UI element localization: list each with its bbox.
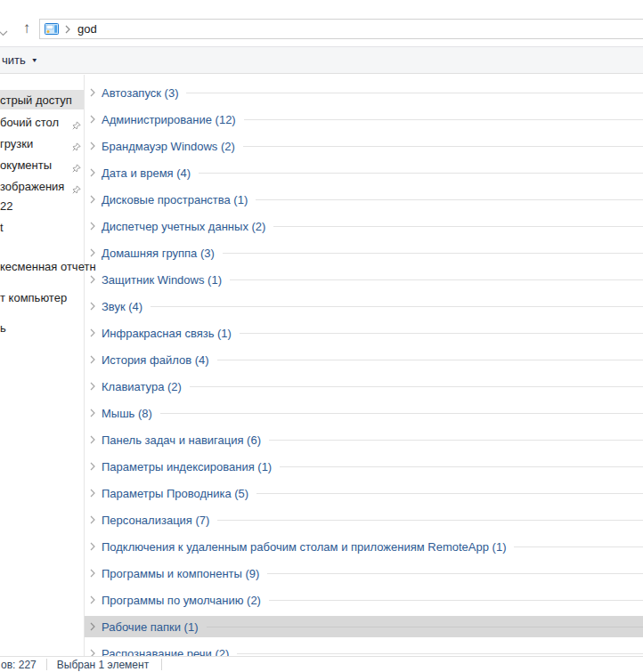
list-group-row[interactable]: Автозапуск (3) (85, 79, 643, 106)
group-rule (190, 386, 643, 387)
breadcrumb-chevron-icon[interactable] (65, 25, 70, 34)
group-rule (186, 93, 643, 93)
sidebar-item-folder[interactable]: 22 (0, 195, 84, 216)
chevron-right-icon[interactable] (90, 275, 95, 284)
status-divider (46, 659, 47, 670)
group-rule (244, 119, 643, 120)
group-label: Клавиатура (2) (102, 380, 182, 393)
sidebar-item-this-pc[interactable]: т компьютер (0, 287, 84, 308)
group-rule (273, 226, 643, 227)
chevron-right-icon[interactable] (90, 195, 95, 204)
group-label: Брандмауэр Windows (2) (102, 140, 235, 153)
chevron-right-icon[interactable] (90, 168, 95, 177)
sidebar-item-network[interactable]: ь (0, 317, 84, 338)
group-label: История файлов (4) (102, 353, 209, 367)
chevron-right-icon[interactable] (90, 88, 95, 97)
sidebar-item-folder[interactable]: t (0, 216, 84, 238)
group-label: Автозапуск (3) (102, 86, 178, 100)
group-rule (267, 573, 643, 574)
list-group-row[interactable]: Диспетчер учетных данных (2) (85, 213, 643, 239)
list-group-row[interactable]: Клавиатура (2) (85, 373, 643, 400)
group-rule (256, 199, 643, 200)
chevron-right-icon[interactable] (90, 302, 95, 311)
group-rule (207, 627, 643, 627)
sidebar-item-quick-access[interactable]: стрый доступ (0, 90, 84, 109)
group-rule (217, 520, 643, 521)
group-rule (269, 440, 643, 441)
list-group-row[interactable]: Программы по умолчанию (2) (85, 587, 643, 613)
chevron-right-icon[interactable] (90, 222, 95, 231)
list-group-row[interactable]: Защитник Windows (1) (85, 266, 643, 293)
sidebar-item-label: 22 (0, 199, 12, 213)
list-group-row[interactable]: Параметры Проводника (5) (85, 480, 643, 506)
chevron-right-icon[interactable] (90, 489, 95, 498)
command-toolbar: чить ▼ (0, 47, 643, 74)
group-rule (230, 279, 643, 280)
sidebar-item-desktop[interactable]: бочий стол (0, 111, 84, 133)
sidebar-item-label: стрый доступ (0, 93, 72, 107)
list-group-row[interactable]: Домашняя группа (3) (85, 239, 643, 266)
group-label: Инфракрасная связь (1) (102, 327, 232, 340)
navigation-bar: ↑ god (0, 0, 643, 46)
breadcrumb-segment[interactable]: god (77, 22, 97, 36)
list-group-row-selected[interactable]: Рабочие папки (1) (85, 613, 643, 640)
chevron-right-icon[interactable] (90, 462, 95, 471)
chevron-right-icon[interactable] (90, 142, 95, 150)
chevron-right-icon[interactable] (90, 248, 95, 257)
sidebar-item-folder[interactable]: кесменная отчетн (0, 255, 84, 277)
list-group-row[interactable]: Дата и время (4) (85, 159, 643, 186)
sidebar-item-downloads[interactable]: грузки (0, 133, 84, 154)
chevron-right-icon[interactable] (90, 515, 95, 524)
group-label: Подключения к удаленным рабочим столам и… (102, 540, 506, 554)
sidebar-item-pictures[interactable]: зображения (0, 175, 84, 197)
chevron-right-icon[interactable] (90, 355, 95, 364)
list-group-row[interactable]: Мышь (8) (85, 400, 643, 426)
group-label: Диспетчер учетных данных (2) (102, 220, 265, 233)
group-rule (151, 306, 643, 307)
sidebar-item-label: зображения (0, 180, 64, 193)
group-rule (217, 360, 643, 360)
group-label: Параметры индексирования (1) (102, 460, 272, 474)
chevron-right-icon[interactable] (90, 542, 95, 551)
address-bar[interactable]: god (39, 19, 643, 39)
chevron-right-icon[interactable] (90, 435, 95, 444)
chevron-right-icon[interactable] (90, 409, 95, 417)
list-group-row[interactable]: Дисковые пространства (1) (85, 186, 643, 213)
list-group-row[interactable]: Панель задач и навигация (6) (85, 426, 643, 453)
group-label: Дисковые пространства (1) (102, 193, 248, 206)
list-group-row[interactable]: Звук (4) (85, 293, 643, 320)
group-label: Защитник Windows (1) (102, 273, 222, 287)
group-label: Персонализация (7) (102, 514, 209, 527)
chevron-right-icon[interactable] (90, 382, 95, 391)
sidebar-item-label: кесменная отчетн (0, 260, 96, 273)
group-rule (160, 413, 643, 414)
group-rule (269, 600, 643, 601)
sidebar-item-label: ь (0, 321, 6, 335)
chevron-down-icon[interactable] (0, 24, 8, 40)
group-label: Программы и компоненты (9) (102, 567, 259, 580)
chevron-right-icon[interactable] (90, 622, 95, 631)
status-divider (161, 659, 162, 670)
list-group-row[interactable]: Брандмауэр Windows (2) (85, 133, 643, 159)
list-group-row[interactable]: Подключения к удаленным рабочим столам и… (85, 533, 643, 560)
up-button[interactable]: ↑ (18, 18, 36, 39)
pin-icon (72, 139, 81, 155)
list-group-row[interactable]: Инфракрасная связь (1) (85, 320, 643, 346)
group-rule (280, 466, 643, 467)
chevron-right-icon[interactable] (90, 328, 95, 337)
chevron-right-icon[interactable] (90, 595, 95, 604)
group-label: Программы по умолчанию (2) (102, 594, 261, 607)
list-group-row[interactable]: История файлов (4) (85, 346, 643, 373)
organize-button[interactable]: чить ▼ (2, 53, 38, 67)
sidebar-item-documents[interactable]: окументы (0, 154, 84, 175)
list-group-row[interactable]: Персонализация (7) (85, 506, 643, 533)
chevron-right-icon[interactable] (90, 115, 95, 124)
organize-label: чить (2, 53, 26, 67)
group-label: Рабочие папки (1) (102, 620, 199, 634)
list-group-row[interactable]: Программы и компоненты (9) (85, 560, 643, 587)
dropdown-caret-icon: ▼ (31, 56, 38, 63)
list-group-row[interactable]: Администрирование (12) (85, 106, 643, 133)
group-rule (256, 493, 643, 494)
chevron-right-icon[interactable] (90, 569, 95, 578)
list-group-row[interactable]: Параметры индексирования (1) (85, 453, 643, 480)
